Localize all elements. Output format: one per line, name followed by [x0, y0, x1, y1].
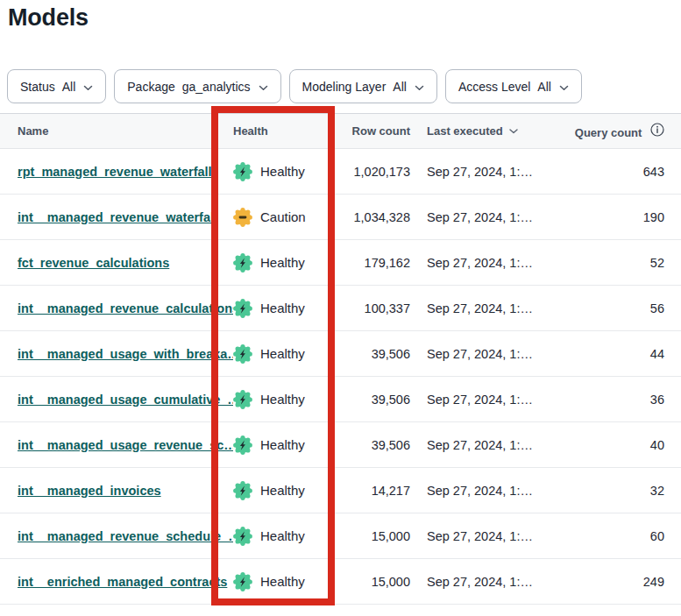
health-cell: Healthy — [233, 299, 342, 318]
status-filter-value: All — [62, 80, 76, 94]
page-title: Models — [8, 4, 89, 32]
models-table: Name Health Row count Last executed Quer… — [0, 113, 681, 605]
health-cell: Healthy — [233, 344, 342, 364]
model-name-link[interactable]: int__managed_usage_with_breaka… — [18, 347, 233, 361]
health-cell: Healthy — [233, 481, 342, 500]
status-filter[interactable]: Status All — [7, 69, 106, 103]
row-count-value: 179,162 — [342, 256, 410, 270]
model-name-link[interactable]: int__managed_revenue_schedule_… — [18, 529, 233, 543]
query-count-value: 36 — [573, 393, 681, 407]
table-row: int__managed_invoices — [0, 468, 681, 513]
query-count-value: 60 — [573, 529, 681, 543]
caution-badge-icon — [233, 208, 252, 227]
table-row: int__managed_revenue_schedule_… — [0, 513, 681, 559]
column-header-query-count-label: Query count — [575, 126, 642, 139]
health-status-label: Healthy — [260, 164, 305, 179]
health-status-label: Healthy — [260, 528, 305, 543]
query-count-value: 40 — [573, 438, 681, 452]
query-count-value: 32 — [573, 484, 681, 498]
modeling-layer-filter[interactable]: Modeling Layer All — [289, 69, 437, 103]
access-level-filter[interactable]: Access Level All — [445, 69, 582, 103]
chevron-down-icon — [259, 80, 268, 94]
table-row: int__managed_revenue_waterfall — [0, 195, 681, 240]
query-count-value: 643 — [573, 165, 681, 179]
last-executed-value: Sep 27, 2024, 1:… — [410, 256, 573, 270]
model-name-link[interactable]: int__managed_invoices — [18, 484, 161, 498]
healthy-badge-icon — [233, 481, 252, 500]
last-executed-value: Sep 27, 2024, 1:… — [410, 301, 573, 315]
table-row: rpt_managed_revenue_waterfall — [0, 149, 681, 195]
health-cell: Caution — [233, 208, 342, 227]
model-name-link[interactable]: int__managed_usage_revenue_sc… — [18, 438, 233, 452]
model-name-link[interactable]: int__managed_revenue_calculations — [18, 301, 233, 315]
health-status-label: Healthy — [260, 346, 305, 361]
status-filter-label: Status — [20, 80, 55, 94]
healthy-badge-icon — [233, 253, 252, 273]
model-name-link[interactable]: fct_revenue_calculations — [18, 256, 169, 270]
model-name-link[interactable]: rpt_managed_revenue_waterfall — [18, 165, 212, 179]
last-executed-value: Sep 27, 2024, 1:… — [410, 438, 573, 452]
query-count-value: 56 — [573, 301, 681, 315]
healthy-badge-icon — [233, 344, 252, 364]
health-status-label: Healthy — [260, 301, 305, 315]
package-filter[interactable]: Package ga_analytics — [114, 69, 280, 103]
health-status-label: Healthy — [260, 437, 305, 452]
modeling-layer-filter-label: Modeling Layer — [302, 80, 387, 94]
healthy-badge-icon — [233, 435, 252, 455]
access-level-filter-label: Access Level — [458, 80, 530, 94]
chevron-down-icon — [559, 80, 569, 94]
model-name-link[interactable]: int__enriched_managed_contracts — [18, 575, 227, 589]
healthy-badge-icon — [233, 162, 252, 181]
column-header-last-executed-label: Last executed — [427, 124, 503, 138]
health-status-label: Healthy — [260, 483, 305, 498]
column-header-query-count[interactable]: Query count — [573, 123, 681, 139]
last-executed-value: Sep 27, 2024, 1:… — [410, 529, 573, 543]
row-count-value: 39,506 — [342, 438, 410, 452]
last-executed-value: Sep 27, 2024, 1:… — [410, 210, 573, 224]
column-header-last-executed[interactable]: Last executed — [410, 124, 573, 138]
last-executed-value: Sep 27, 2024, 1:… — [410, 347, 573, 361]
table-row: int__managed_usage_revenue_sc… — [0, 422, 681, 468]
health-status-label: Healthy — [260, 574, 305, 589]
health-cell: Healthy — [233, 253, 342, 273]
sort-chevron-icon[interactable] — [509, 124, 518, 137]
table-body: rpt_managed_revenue_waterfall — [0, 149, 681, 605]
column-header-health[interactable]: Health — [233, 124, 342, 138]
row-count-value: 15,000 — [342, 575, 410, 589]
table-header-row: Name Health Row count Last executed Quer… — [0, 113, 681, 149]
row-count-value: 14,217 — [342, 484, 410, 498]
healthy-badge-icon — [233, 299, 252, 318]
table-row: int__managed_revenue_calculations — [0, 286, 681, 331]
column-header-name[interactable]: Name — [0, 124, 233, 138]
model-name-link[interactable]: int__managed_usage_cumulative_… — [18, 393, 233, 407]
access-level-filter-value: All — [537, 80, 551, 94]
model-name-link[interactable]: int__managed_revenue_waterfall — [18, 210, 217, 224]
column-header-row-count[interactable]: Row count — [342, 124, 410, 138]
last-executed-value: Sep 27, 2024, 1:… — [410, 484, 573, 498]
row-count-value: 39,506 — [342, 347, 410, 361]
table-row: fct_revenue_calculations — [0, 240, 681, 286]
table-row: int__managed_usage_cumulative_… — [0, 377, 681, 422]
chevron-down-icon — [415, 80, 424, 94]
healthy-badge-icon — [233, 390, 252, 409]
healthy-badge-icon — [233, 572, 252, 591]
health-cell: Healthy — [233, 390, 342, 409]
health-cell: Healthy — [233, 572, 342, 591]
table-row: int__managed_usage_with_breaka… — [0, 331, 681, 377]
row-count-value: 1,034,328 — [342, 210, 410, 224]
info-icon[interactable] — [650, 126, 664, 139]
health-status-label: Caution — [260, 209, 306, 224]
health-cell: Healthy — [233, 435, 342, 455]
row-count-value: 15,000 — [342, 529, 410, 543]
modeling-layer-filter-value: All — [393, 80, 407, 94]
health-status-label: Healthy — [260, 392, 305, 407]
last-executed-value: Sep 27, 2024, 1:… — [410, 393, 573, 407]
query-count-value: 249 — [573, 575, 681, 589]
package-filter-value: ga_analytics — [182, 80, 251, 94]
row-count-value: 39,506 — [342, 393, 410, 407]
query-count-value: 190 — [573, 210, 681, 224]
query-count-value: 44 — [573, 347, 681, 361]
row-count-value: 100,337 — [342, 301, 410, 315]
health-cell: Healthy — [233, 527, 342, 546]
query-count-value: 52 — [573, 256, 681, 270]
